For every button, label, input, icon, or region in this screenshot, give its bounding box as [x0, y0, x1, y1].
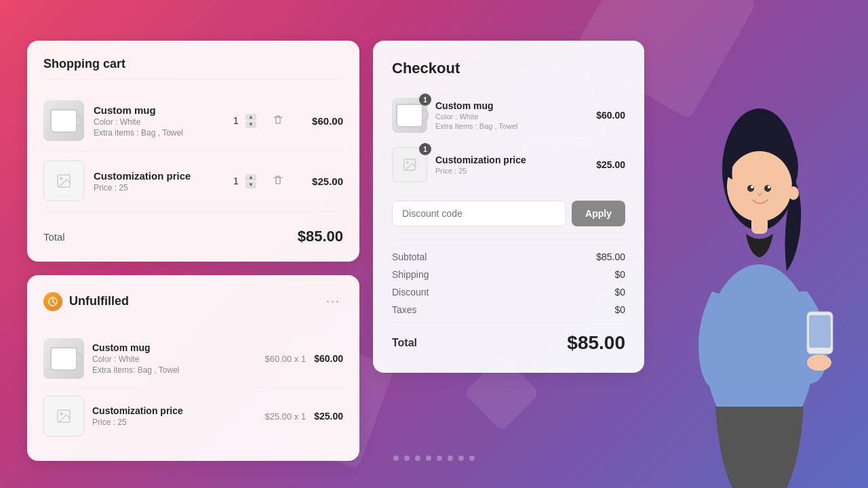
right-column: Checkout 1 Custom mug Color : White Extr…: [373, 41, 644, 373]
cart-item-mug-name: Custom mug: [94, 104, 221, 116]
shipping-label: Shipping: [392, 269, 429, 280]
uf-item-mug-color: Color : White: [92, 354, 256, 364]
uf-item-customization-color: Price : 25: [92, 418, 256, 427]
uf-mug-visual: [50, 347, 77, 371]
cart-item-customization-qty-arrows: ▲ ▼: [245, 174, 256, 188]
cart-item-mug-qty-value: 1: [231, 115, 241, 126]
checkout-title: Checkout: [392, 60, 625, 77]
checkout-item-mug-name: Custom mug: [435, 100, 588, 111]
uf-item-mug-pricing: $60.00 x 1 $60.00: [264, 353, 343, 364]
cart-item-mug-image: [43, 100, 84, 141]
checkout-card: Checkout 1 Custom mug Color : White Extr…: [373, 41, 644, 373]
checkout-item-mug-badge: 1: [419, 94, 431, 106]
uf-item-mug-name: Custom mug: [92, 342, 256, 353]
discount-value: $0: [614, 287, 625, 298]
unfulfilled-card: Unfulfilled ··· Custom mug Color : White…: [27, 275, 359, 461]
checkout-item-customization-name: Customization price: [435, 155, 588, 165]
shopping-cart-card: Shopping cart Custom mug Color : White E…: [27, 41, 359, 262]
checkout-item-customization-color: Price : 25: [435, 167, 588, 175]
checkout-item-customization: 1 Customization price Price : 25 $25.00: [392, 140, 625, 190]
cart-item-customization-qty-control: 1 ▲ ▼: [231, 174, 256, 188]
taxes-row: Taxes $0: [392, 304, 625, 315]
cart-item-mug-price: $60.00: [296, 115, 343, 127]
taxes-value: $0: [614, 304, 625, 315]
uf-item-customization-name: Customization price: [92, 405, 256, 416]
discount-label: Discount: [392, 287, 429, 298]
checkout-total-label: Total: [392, 337, 417, 349]
checkout-item-mug: 1 Custom mug Color : White Extra Items :…: [392, 91, 625, 140]
cart-item-customization: Customization price Price : 25 1 ▲ ▼ $25…: [43, 151, 343, 211]
cart-item-mug-qty-down[interactable]: ▼: [245, 121, 256, 128]
cart-item-mug-qty-control: 1 ▲ ▼: [231, 114, 256, 128]
cart-item-customization-qty-value: 1: [231, 176, 241, 186]
cart-item-customization-qty-down[interactable]: ▼: [245, 182, 256, 188]
checkout-mug-visual: [396, 104, 423, 127]
subtotal-label: Subtotal: [392, 251, 427, 262]
unfulfilled-title-group: Unfulfilled: [43, 292, 129, 311]
cart-item-mug-extras: Extra items : Bag , Towel: [94, 128, 221, 138]
uf-item-mug-info: Custom mug Color : White Extra items: Ba…: [92, 342, 256, 375]
left-column: Shopping cart Custom mug Color : White E…: [27, 41, 359, 461]
svg-point-1: [60, 178, 62, 180]
checkout-item-customization-badge: 1: [419, 143, 431, 155]
uf-item-customization-unit-price: $25.00 x 1: [264, 411, 306, 422]
cart-item-mug-info: Custom mug Color : White Extra items : B…: [94, 104, 221, 138]
cart-item-customization-qty-up[interactable]: ▲: [245, 174, 256, 181]
cart-item-mug: Custom mug Color : White Extra items : B…: [43, 91, 343, 151]
cart-item-mug-qty-up[interactable]: ▲: [245, 114, 256, 121]
cart-total-row: Total $85.00: [43, 217, 343, 245]
shipping-value: $0: [614, 269, 625, 280]
uf-item-customization-total-price: $25.00: [314, 411, 343, 422]
checkout-item-customization-price: $25.00: [596, 159, 625, 170]
checkout-item-mug-price: $60.00: [596, 110, 625, 121]
cart-item-customization-color: Price : 25: [94, 183, 221, 192]
cart-total-label: Total: [43, 231, 65, 243]
discount-input[interactable]: [392, 201, 566, 226]
apply-button[interactable]: Apply: [572, 201, 625, 226]
discount-summary-row: Discount $0: [392, 287, 625, 298]
checkout-item-mug-extras: Extra Items : Bag , Towel: [435, 122, 588, 130]
uf-item-mug-total-price: $60.00: [314, 353, 343, 364]
checkout-item-mug-info: Custom mug Color : White Extra Items : B…: [435, 100, 588, 130]
checkout-summary: Subtotal $85.00 Shipping $0 Discount $0 …: [392, 240, 625, 354]
svg-point-6: [406, 161, 408, 163]
discount-row: Apply: [392, 201, 625, 226]
unfulfilled-title: Unfulfilled: [69, 294, 129, 308]
cart-item-customization-delete[interactable]: [270, 172, 286, 190]
checkout-item-customization-img-wrap: 1: [392, 147, 427, 182]
cart-item-customization-price: $25.00: [296, 176, 343, 187]
uf-item-mug-unit-price: $60.00 x 1: [264, 354, 306, 364]
taxes-label: Taxes: [392, 304, 417, 315]
checkout-item-customization-info: Customization price Price : 25: [435, 155, 588, 175]
cart-item-customization-info: Customization price Price : 25: [94, 170, 221, 192]
uf-item-customization-image: [43, 396, 84, 436]
unfulfilled-header: Unfulfilled ···: [43, 291, 343, 319]
uf-item-mug-extras: Extra items: Bag , Towel: [92, 365, 256, 375]
uf-item-customization: Customization price Price : 25 $25.00 x …: [43, 388, 343, 445]
uf-item-customization-pricing: $25.00 x 1 $25.00: [264, 411, 343, 422]
subtotal-value: $85.00: [596, 251, 625, 262]
cart-item-mug-qty-arrows: ▲ ▼: [245, 114, 256, 128]
uf-item-mug-image: [43, 338, 84, 379]
checkout-total-row: Total $85.00: [392, 322, 625, 354]
shipping-row: Shipping $0: [392, 269, 625, 280]
shopping-cart-title: Shopping cart: [43, 57, 343, 80]
cart-item-mug-delete[interactable]: [270, 112, 286, 130]
unfulfilled-more-button[interactable]: ···: [323, 291, 343, 311]
uf-item-mug: Custom mug Color : White Extra items: Ba…: [43, 330, 343, 388]
bottom-dots: [393, 455, 475, 461]
uf-item-customization-info: Customization price Price : 25: [92, 405, 256, 427]
unfulfilled-icon: [43, 292, 62, 311]
cart-item-customization-name: Customization price: [94, 170, 221, 182]
checkout-item-mug-img-wrap: 1: [392, 98, 427, 133]
checkout-item-mug-color: Color : White: [435, 113, 588, 121]
mug-visual: [50, 109, 77, 133]
cart-total-value: $85.00: [298, 228, 343, 245]
checkout-total-value: $85.00: [567, 332, 625, 354]
subtotal-row: Subtotal $85.00: [392, 251, 625, 262]
svg-point-4: [60, 413, 62, 415]
cart-item-customization-image: [43, 161, 84, 201]
cart-item-mug-color: Color : White: [94, 117, 221, 127]
